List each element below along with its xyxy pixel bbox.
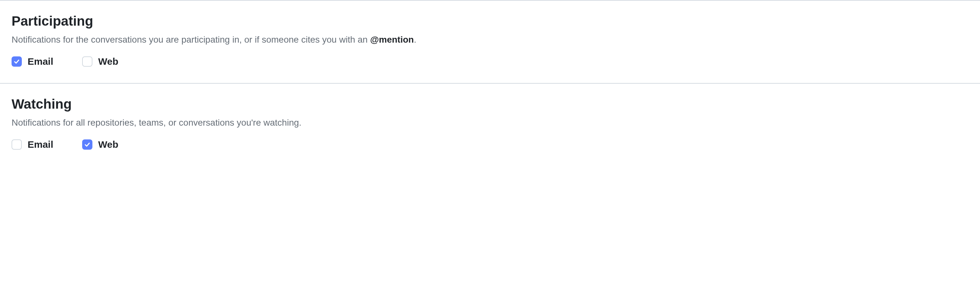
participating-description: Notifications for the conversations you … [11, 33, 969, 46]
participating-options: Email Web [11, 56, 969, 67]
watching-section: Watching Notifications for all repositor… [0, 83, 980, 166]
participating-email-checkbox[interactable] [11, 56, 22, 66]
participating-desc-bold: @mention [370, 35, 414, 44]
check-icon [84, 141, 91, 148]
participating-email-option[interactable]: Email [11, 56, 53, 67]
watching-desc-pre: Notifications for all repositories, team… [11, 118, 301, 128]
watching-email-label: Email [28, 139, 53, 150]
watching-email-option[interactable]: Email [11, 139, 53, 150]
participating-web-label: Web [98, 56, 118, 67]
participating-web-checkbox[interactable] [82, 56, 92, 66]
participating-section: Participating Notifications for the conv… [0, 0, 980, 83]
watching-options: Email Web [11, 139, 969, 150]
participating-desc-post: . [414, 35, 417, 44]
participating-desc-pre: Notifications for the conversations you … [11, 35, 370, 44]
participating-title: Participating [11, 13, 969, 29]
watching-title: Watching [11, 96, 969, 112]
watching-web-option[interactable]: Web [82, 139, 118, 150]
watching-web-checkbox[interactable] [82, 139, 92, 150]
watching-web-label: Web [98, 139, 118, 150]
participating-web-option[interactable]: Web [82, 56, 118, 67]
watching-email-checkbox[interactable] [11, 139, 22, 150]
watching-description: Notifications for all repositories, team… [11, 116, 969, 129]
participating-email-label: Email [28, 56, 53, 67]
check-icon [13, 59, 20, 65]
